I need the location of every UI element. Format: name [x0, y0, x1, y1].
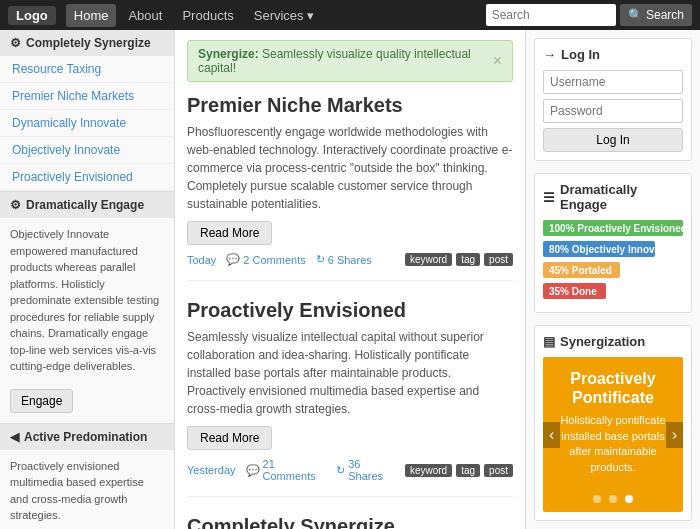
synergize-box-icon: ▤: [543, 334, 555, 349]
synergize-title: ▤ Synergization: [543, 334, 683, 349]
post-1-meta: Today 💬 2 Comments ↻ 6 Shares keyword ta…: [187, 253, 513, 266]
post-2: Proactively Envisioned Seamlessly visual…: [187, 299, 513, 497]
post-2-text: Seamlessly visualize intellectual capita…: [187, 328, 513, 418]
search-button[interactable]: 🔍 Search: [620, 4, 692, 26]
alert-close-button[interactable]: ×: [493, 52, 502, 70]
right-panel: → Log In Log In ☰ Dramatically Engage 10…: [525, 30, 700, 529]
carousel-prev-button[interactable]: ‹: [543, 422, 560, 448]
post-2-date: Yesterday: [187, 464, 236, 476]
post-2-tag-1: tag: [456, 464, 480, 477]
comments-icon: 💬: [226, 253, 240, 266]
password-input[interactable]: [543, 99, 683, 123]
sidebar-item-dynamically[interactable]: Dynamically Innovate: [0, 110, 174, 137]
logo: Logo: [8, 6, 56, 25]
progress-item-2: 45% Portaled: [543, 262, 683, 278]
alert-text: Synergize: Seamlessly visualize quality …: [198, 47, 493, 75]
progress-label-1: 80% Objectively Innovated: [543, 242, 681, 257]
progress-label-0: 100% Proactively Envisioned: [543, 221, 693, 236]
progress-bar-0: 100% Proactively Envisioned: [543, 220, 683, 236]
post-3-title: Completely Synergize: [187, 515, 513, 529]
post-1-read-more[interactable]: Read More: [187, 221, 272, 245]
sidebar-section-engage-title: ⚙ Dramatically Engage: [0, 192, 174, 218]
username-input[interactable]: [543, 70, 683, 94]
sidebar: ⚙ Completely Synergize Resource Taxing P…: [0, 30, 175, 529]
post-1-comments: 💬 2 Comments: [226, 253, 305, 266]
post-1-tag-1: tag: [456, 253, 480, 266]
comments-icon-2: 💬: [246, 464, 260, 477]
synergize-box: ▤ Synergization ‹ Proactively Pontificat…: [534, 325, 692, 521]
alert-banner: Synergize: Seamlessly visualize quality …: [187, 40, 513, 82]
carousel-dot-0[interactable]: [593, 495, 601, 503]
progress-label-2: 45% Portaled: [543, 263, 618, 278]
nav-item-home[interactable]: Home: [66, 4, 117, 27]
post-2-tag-2: post: [484, 464, 513, 477]
progress-bar-2: 45% Portaled: [543, 262, 620, 278]
sidebar-engage-desc: Objectively Innovate empowered manufactu…: [0, 218, 174, 383]
post-2-title: Proactively Envisioned: [187, 299, 513, 322]
progress-bar-1: 80% Objectively Innovated: [543, 241, 655, 257]
post-1-tag-0: keyword: [405, 253, 452, 266]
login-title: → Log In: [543, 47, 683, 62]
carousel-heading: Proactively Pontificate: [555, 369, 671, 407]
carousel-dots: [543, 491, 683, 506]
sidebar-section-engage: ⚙ Dramatically Engage Objectively Innova…: [0, 192, 174, 424]
post-1-tag-2: post: [484, 253, 513, 266]
login-icon: →: [543, 47, 556, 62]
search-bar: 🔍 Search: [486, 4, 692, 26]
sidebar-section-active: ◀ Active Predomination Proactively envis…: [0, 424, 174, 530]
shares-icon-2: ↻: [336, 464, 345, 477]
post-1-shares: ↻ 6 Shares: [316, 253, 372, 266]
nav-item-about[interactable]: About: [120, 4, 170, 27]
login-button[interactable]: Log In: [543, 128, 683, 152]
engage-box: ☰ Dramatically Engage 100% Proactively E…: [534, 173, 692, 313]
sidebar-section-active-title: ◀ Active Predomination: [0, 424, 174, 450]
sidebar-item-premier[interactable]: Premier Niche Markets: [0, 83, 174, 110]
progress-bar-3: 35% Done: [543, 283, 606, 299]
page-layout: ⚙ Completely Synergize Resource Taxing P…: [0, 30, 700, 529]
engage-right-icon: ☰: [543, 190, 555, 205]
post-2-meta: Yesterday 💬 21 Comments ↻ 36 Shares keyw…: [187, 458, 513, 482]
sidebar-item-objectively[interactable]: Objectively Innovate: [0, 137, 174, 164]
carousel: ‹ Proactively Pontificate Holistically p…: [543, 357, 683, 512]
progress-item-1: 80% Objectively Innovated: [543, 241, 683, 257]
nav-item-services[interactable]: Services ▾: [246, 4, 322, 27]
synergize-icon: ⚙: [10, 36, 21, 50]
sidebar-engage-btn-wrap: Engage: [10, 389, 164, 413]
post-2-shares: ↻ 36 Shares: [336, 458, 395, 482]
post-1-date: Today: [187, 254, 216, 266]
engage-button[interactable]: Engage: [10, 389, 73, 413]
shares-icon: ↻: [316, 253, 325, 266]
engage-title: ☰ Dramatically Engage: [543, 182, 683, 212]
progress-item-3: 35% Done: [543, 283, 683, 299]
post-1: Premier Niche Markets Phosfluorescently …: [187, 94, 513, 281]
navigation: Logo Home About Products Services ▾ 🔍 Se…: [0, 0, 700, 30]
post-1-text: Phosfluorescently engage worldwide metho…: [187, 123, 513, 213]
progress-item-0: 100% Proactively Envisioned: [543, 220, 683, 236]
engage-icon: ⚙: [10, 198, 21, 212]
carousel-next-button[interactable]: ›: [666, 422, 683, 448]
sidebar-section-synergize-title: ⚙ Completely Synergize: [0, 30, 174, 56]
carousel-dot-2[interactable]: [625, 495, 633, 503]
carousel-dot-1[interactable]: [609, 495, 617, 503]
post-1-title: Premier Niche Markets: [187, 94, 513, 117]
post-2-comments: 💬 21 Comments: [246, 458, 327, 482]
search-input[interactable]: [486, 4, 616, 26]
sidebar-active-desc: Proactively envisioned multimedia based …: [0, 450, 174, 530]
post-1-tags: keyword tag post: [405, 253, 513, 266]
nav-item-products[interactable]: Products: [174, 4, 241, 27]
main-content: Synergize: Seamlessly visualize quality …: [175, 30, 525, 529]
sidebar-item-proactively[interactable]: Proactively Envisioned: [0, 164, 174, 191]
login-box: → Log In Log In: [534, 38, 692, 161]
carousel-content: Proactively Pontificate Holistically pon…: [543, 357, 683, 487]
active-icon: ◀: [10, 430, 19, 444]
sidebar-section-synergize: ⚙ Completely Synergize Resource Taxing P…: [0, 30, 174, 192]
post-3: Completely Synergize Completely synergiz…: [187, 515, 513, 529]
progress-label-3: 35% Done: [543, 284, 603, 299]
carousel-text: Holistically pontificate installed base …: [555, 413, 671, 475]
post-2-read-more[interactable]: Read More: [187, 426, 272, 450]
post-2-tag-0: keyword: [405, 464, 452, 477]
post-2-tags: keyword tag post: [405, 464, 513, 477]
sidebar-item-resource-taxing[interactable]: Resource Taxing: [0, 56, 174, 83]
